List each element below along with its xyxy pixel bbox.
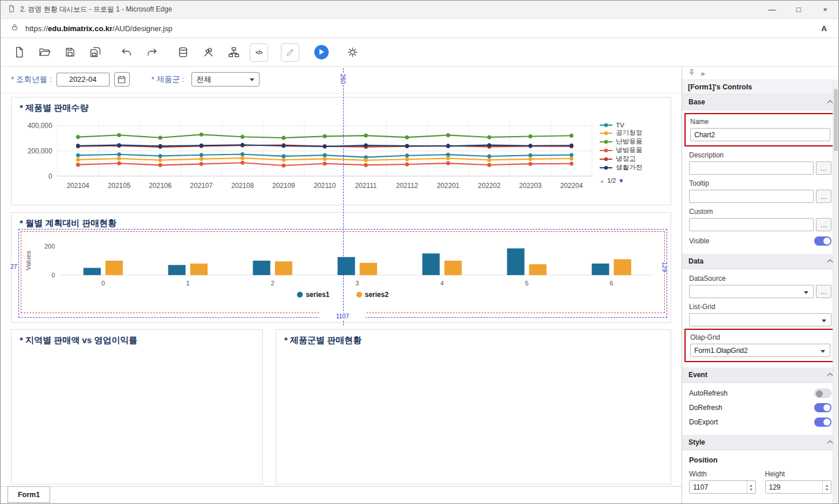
new-document-button[interactable] — [10, 43, 28, 62]
spin-up-icon[interactable]: ▴ — [750, 483, 753, 487]
save-button[interactable] — [61, 43, 79, 62]
guide-dimension-top: 260 — [340, 74, 347, 84]
redo-button[interactable] — [142, 43, 161, 62]
region-chart-panel[interactable]: * 지역별 판매액 vs 영업이익률 — [11, 329, 263, 484]
svg-text:6: 6 — [610, 280, 613, 287]
settings-button[interactable] — [343, 43, 362, 62]
calendar-button[interactable] — [114, 72, 130, 86]
guide-dimension-bottom: 1107 — [319, 313, 366, 319]
open-button[interactable] — [35, 43, 54, 62]
section-base[interactable]: Base — [682, 95, 838, 110]
svg-text:202202: 202202 — [478, 181, 501, 189]
calendar-icon — [117, 75, 126, 84]
scrollbar-thumb[interactable] — [834, 89, 838, 151]
autorefresh-toggle[interactable] — [814, 389, 832, 398]
svg-text:202111: 202111 — [355, 181, 377, 189]
datasource-button[interactable] — [174, 43, 192, 62]
name-input[interactable] — [690, 128, 830, 141]
custom-input[interactable] — [689, 218, 814, 231]
address-bar[interactable]: https://edu.bimatrix.co.kr/AUD/designer.… — [1, 19, 838, 38]
line-chart-svg: 0200,000400,0002021042021052021062021072… — [15, 116, 599, 192]
minimize-button[interactable]: — — [759, 1, 785, 18]
pin-icon[interactable] — [688, 69, 695, 78]
legend-item[interactable]: 공기청정 — [599, 129, 667, 137]
datasource-label: DataSource — [689, 274, 832, 283]
controls-header: [Form1]'s Controls — [682, 80, 838, 95]
legend-item[interactable]: series2 — [356, 291, 389, 299]
width-stepper[interactable]: ▴ ▾ — [747, 481, 755, 493]
section-style[interactable]: Style — [682, 435, 838, 450]
svg-text:202108: 202108 — [231, 181, 254, 189]
hierarchy-button[interactable] — [224, 43, 243, 62]
guide-dimension-right: 129 — [661, 262, 668, 272]
chevron-down-icon — [822, 319, 826, 322]
scrollbar[interactable] — [833, 80, 838, 503]
legend-item[interactable]: 냉장고 — [599, 155, 667, 163]
legend-item[interactable]: series1 — [297, 291, 329, 299]
section-event[interactable]: Event — [682, 367, 838, 383]
save-all-button[interactable] — [86, 43, 104, 62]
section-data[interactable]: Data — [682, 254, 838, 269]
tab-form1[interactable]: Form1 — [7, 486, 50, 503]
designer-canvas: * 조회년월 : * 제품군 : 전체 * 제품별 판매수량 0200,0004… — [1, 67, 682, 503]
height-input[interactable] — [765, 480, 832, 494]
description-input[interactable] — [689, 161, 814, 175]
sales-qty-chart-panel[interactable]: * 제품별 판매수량 0200,000400,00020210420210520… — [11, 97, 671, 205]
panel-title: * 제품군별 판매현황 — [276, 330, 671, 347]
spin-down-icon[interactable]: ▾ — [826, 487, 828, 491]
product-group-chart-panel[interactable]: * 제품군별 판매현황 — [276, 329, 671, 484]
svg-text:202107: 202107 — [190, 181, 213, 189]
maximize-button[interactable]: □ — [785, 1, 812, 18]
close-button[interactable]: × — [812, 1, 838, 18]
svg-text:202106: 202106 — [149, 181, 172, 189]
svg-text:202204: 202204 — [560, 181, 583, 189]
properties-panel: » [Form1]'s Controls Base Name Descripti… — [682, 67, 838, 503]
run-button[interactable] — [312, 43, 330, 62]
code-button[interactable]: </> — [250, 43, 268, 62]
spin-down-icon[interactable]: ▾ — [750, 487, 753, 491]
legend-item[interactable]: 생활가전 — [599, 163, 667, 172]
listgrid-select[interactable] — [689, 313, 832, 326]
height-stepper[interactable]: ▴ ▾ — [822, 481, 831, 493]
collapse-panel-icon[interactable]: » — [701, 69, 705, 78]
custom-more-button[interactable]: … — [816, 218, 832, 231]
filter-row: * 조회년월 : * 제품군 : 전체 — [11, 72, 259, 86]
product-filter-select[interactable]: 전체 — [191, 72, 259, 86]
legend-marker-icon — [599, 122, 613, 128]
doexport-toggle[interactable] — [814, 418, 832, 427]
description-more-button[interactable]: … — [816, 161, 832, 175]
legend-marker-icon — [599, 130, 613, 136]
legend-item[interactable]: 난방용품 — [599, 137, 667, 146]
svg-text:400,000: 400,000 — [28, 122, 52, 130]
pager-up-icon[interactable]: ▲ — [599, 178, 605, 184]
read-aloud-icon[interactable]: A — [821, 24, 828, 33]
tooltip-more-button[interactable]: … — [816, 190, 832, 203]
edit-button[interactable] — [281, 43, 299, 62]
tools-button[interactable] — [199, 43, 217, 62]
line-chart-legend-items: TV공기청정난방용품냉방용품냉장고생활가전 — [599, 122, 667, 172]
spin-up-icon[interactable]: ▴ — [826, 483, 828, 487]
dorefresh-label: DoRefresh — [689, 404, 722, 412]
monthly-plan-chart-panel[interactable]: * 월별 계획대비 판매현황 Values02000123456 series1… — [11, 212, 671, 323]
tooltip-input[interactable] — [689, 190, 814, 203]
date-filter-label: * 조회년월 : — [11, 74, 52, 85]
olapgrid-select[interactable]: Form1.OlapGrid2 — [690, 344, 830, 357]
visible-toggle[interactable] — [814, 236, 832, 246]
chevron-up-icon — [827, 441, 833, 446]
annotation-olapgrid: Olap-Grid Form1.OlapGrid2 — [684, 329, 836, 362]
legend-item[interactable]: TV — [599, 122, 667, 129]
undo-button[interactable] — [117, 43, 136, 62]
width-input[interactable] — [689, 480, 756, 494]
legend-item[interactable]: 냉방용품 — [599, 146, 667, 155]
date-filter-input[interactable] — [57, 73, 110, 86]
dorefresh-toggle[interactable] — [814, 403, 832, 412]
panel-title: * 제품별 판매수량 — [12, 97, 671, 115]
line-chart-legend: TV공기청정난방용품냉방용품냉장고생활가전 ▲ 1/2 ▼ — [599, 116, 667, 192]
custom-label: Custom — [689, 208, 832, 216]
datasource-more-button[interactable]: … — [816, 285, 832, 298]
svg-text:202109: 202109 — [272, 181, 295, 189]
svg-text:2: 2 — [271, 280, 274, 287]
datasource-select[interactable] — [689, 285, 814, 298]
pager-down-icon[interactable]: ▼ — [618, 178, 624, 184]
svg-text:200,000: 200,000 — [28, 147, 52, 155]
